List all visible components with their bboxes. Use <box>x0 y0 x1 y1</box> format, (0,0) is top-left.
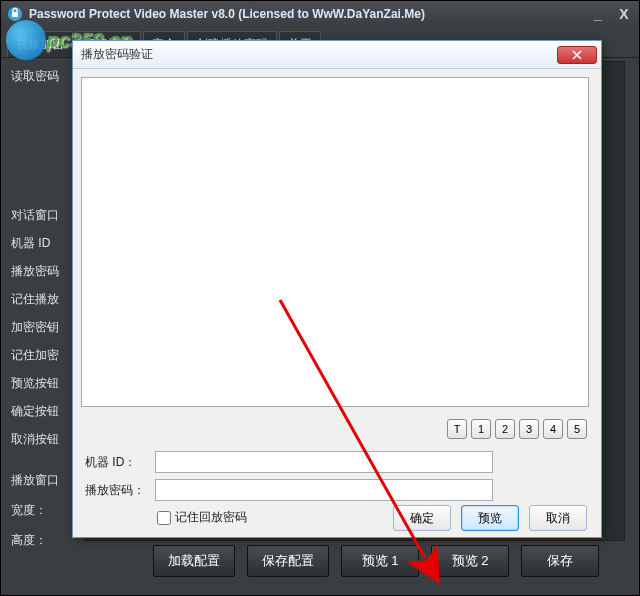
bottom-button-row: 加载配置 保存配置 预览 1 预览 2 保存 <box>153 545 599 577</box>
label-play-window: 播放窗口 <box>11 465 81 495</box>
label-width: 宽度： <box>11 495 81 525</box>
label-encrypt-key: 加密密钥 <box>11 313 81 341</box>
save-button[interactable]: 保存 <box>521 545 599 577</box>
num-btn-4[interactable]: 4 <box>543 419 563 439</box>
label-remember-play: 记住播放 <box>11 285 81 313</box>
app-icon <box>7 6 23 22</box>
number-button-row: T 1 2 3 4 5 <box>447 419 587 439</box>
preview2-button[interactable]: 预览 2 <box>431 545 509 577</box>
play-password-row: 播放密码： <box>85 479 493 501</box>
play-password-input[interactable] <box>155 479 493 501</box>
label-dialog-window: 对话窗口 <box>11 201 81 229</box>
label-remember-encrypt: 记住加密 <box>11 341 81 369</box>
svg-rect-1 <box>12 12 18 17</box>
preview1-button[interactable]: 预览 1 <box>341 545 419 577</box>
window-title: Password Protect Video Master v8.0 (Lice… <box>29 7 589 21</box>
label-cancel-btn: 取消按钮 <box>11 425 81 453</box>
label-play-password: 播放密码 <box>11 257 81 285</box>
side-label-column: 读取密码 对话窗口 机器 ID 播放密码 记住播放 加密密钥 记住加密 预览按钮… <box>11 61 81 555</box>
machine-id-row: 机器 ID： <box>85 451 493 473</box>
num-btn-5[interactable]: 5 <box>567 419 587 439</box>
dialog-titlebar[interactable]: 播放密码验证 <box>73 41 601 69</box>
remember-password-label: 记住回放密码 <box>175 509 247 526</box>
dialog-body: T 1 2 3 4 5 机器 ID： 播放密码： 记住回放密码 确定 预览 取消 <box>73 69 601 537</box>
save-config-button[interactable]: 保存配置 <box>247 545 329 577</box>
num-btn-2[interactable]: 2 <box>495 419 515 439</box>
close-button[interactable]: X <box>615 7 633 21</box>
ok-button[interactable]: 确定 <box>393 505 451 531</box>
dialog-button-row: 确定 预览 取消 <box>393 505 587 531</box>
num-btn-1[interactable]: 1 <box>471 419 491 439</box>
label-machine-id: 机器 ID <box>11 229 81 257</box>
label-preview-btn: 预览按钮 <box>11 369 81 397</box>
password-verify-dialog: 播放密码验证 T 1 2 3 4 5 机器 ID： 播放密码： 记住回放密码 确… <box>72 40 602 538</box>
num-btn-t[interactable]: T <box>447 419 467 439</box>
label-ok-btn: 确定按钮 <box>11 397 81 425</box>
remember-password-checkbox[interactable] <box>157 511 171 525</box>
minimize-button[interactable]: _ <box>589 7 607 21</box>
tab-video-encrypt[interactable]: 视频加密 <box>7 31 73 57</box>
remember-password-row: 记住回放密码 <box>157 509 247 526</box>
close-icon <box>572 50 582 60</box>
play-password-label: 播放密码： <box>85 482 155 499</box>
label-height: 高度： <box>11 525 81 555</box>
message-textarea[interactable] <box>81 77 589 407</box>
num-btn-3[interactable]: 3 <box>519 419 539 439</box>
load-config-button[interactable]: 加载配置 <box>153 545 235 577</box>
dialog-title: 播放密码验证 <box>81 46 557 63</box>
cancel-button[interactable]: 取消 <box>529 505 587 531</box>
label-read-password: 读取密码 <box>11 61 81 91</box>
preview-button[interactable]: 预览 <box>461 505 519 531</box>
machine-id-input[interactable] <box>155 451 493 473</box>
main-titlebar: Password Protect Video Master v8.0 (Lice… <box>1 1 639 27</box>
dialog-close-button[interactable] <box>557 46 597 64</box>
machine-id-label: 机器 ID： <box>85 454 155 471</box>
